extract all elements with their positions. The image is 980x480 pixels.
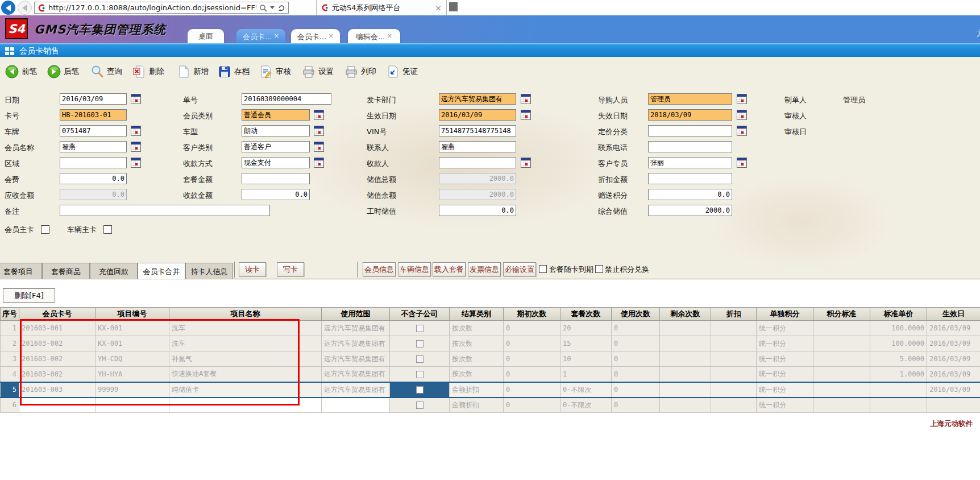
next-record-button[interactable]: 后笔: [47, 63, 79, 81]
col-header-init[interactable]: 期初次数: [504, 308, 560, 321]
print-button[interactable]: 列印: [344, 63, 376, 81]
col-header-pkg[interactable]: 套餐次数: [560, 308, 612, 321]
subtab-holder-info[interactable]: 持卡人信息: [185, 263, 233, 279]
col-header-pts-std[interactable]: 积分标准: [813, 308, 870, 321]
url-dropdown-icon[interactable]: [270, 6, 275, 11]
tab-close-icon[interactable]: ×: [273, 32, 279, 40]
read-card-button[interactable]: 读卡: [239, 262, 266, 276]
issue-dept-input[interactable]: 远方汽车贸易集团有: [439, 93, 516, 105]
tab-desktop[interactable]: 桌面: [188, 29, 224, 43]
settings-button[interactable]: 设置: [301, 63, 334, 81]
tab-member-card-1[interactable]: 会员卡...×: [236, 29, 285, 43]
remark-input[interactable]: [60, 205, 270, 216]
pay-amount-input[interactable]: 0.0: [242, 189, 310, 200]
excl-sub-checkbox[interactable]: [416, 340, 423, 347]
voucher-button[interactable]: 凭证: [385, 63, 418, 81]
forbid-points-checkbox[interactable]: [595, 265, 603, 273]
col-header-remain[interactable]: 剩余次数: [660, 308, 711, 321]
cust-type-input[interactable]: 普通客户: [242, 141, 310, 152]
query-button[interactable]: 查询: [90, 63, 122, 81]
address-bar[interactable]: http://127.0.0.1:8088/auto/loginAction.d…: [34, 2, 289, 14]
subtab-recharge[interactable]: 充值回款: [90, 263, 138, 279]
grid-delete-button[interactable]: 删除[F4]: [3, 288, 55, 303]
calendar-button[interactable]: [737, 158, 747, 168]
col-header-excl-sub[interactable]: 不含子公司: [390, 308, 450, 321]
vehicle-info-button[interactable]: 车辆信息: [398, 262, 431, 276]
col-header-no[interactable]: 序号: [1, 308, 19, 321]
calendar-button[interactable]: [737, 94, 747, 104]
calendar-button[interactable]: [314, 142, 324, 152]
col-header-price[interactable]: 标准单价: [870, 308, 927, 321]
new-tab-stub[interactable]: [449, 2, 458, 11]
write-card-button[interactable]: 写卡: [277, 262, 304, 276]
pay-way-input[interactable]: 现金支付: [242, 157, 310, 168]
gift-points-input[interactable]: 0.0: [648, 189, 732, 200]
guide-input[interactable]: 管理员: [648, 93, 732, 105]
excl-sub-checkbox[interactable]: [416, 402, 423, 409]
browser-forward-button[interactable]: [18, 1, 32, 15]
member-main-checkbox[interactable]: [41, 225, 49, 234]
audit-button[interactable]: 审核: [259, 63, 291, 81]
excl-sub-checkbox[interactable]: [416, 325, 423, 332]
member-info-button[interactable]: 会员信息: [363, 262, 396, 276]
excl-sub-checkbox[interactable]: [416, 371, 423, 378]
payee-input[interactable]: [439, 157, 516, 168]
calendar-button[interactable]: [521, 158, 531, 168]
subtab-package-goods[interactable]: 套餐商品: [42, 263, 90, 279]
col-header-settle[interactable]: 结算类别: [450, 308, 504, 321]
region-input[interactable]: [60, 157, 127, 168]
cust-agent-input[interactable]: 张丽: [648, 157, 732, 168]
price-cat-input[interactable]: [648, 125, 732, 136]
calendar-button[interactable]: [737, 110, 747, 120]
vehicle-main-checkbox[interactable]: [103, 225, 112, 234]
eff-date-input[interactable]: 2016/03/09: [439, 109, 516, 121]
browser-tab[interactable]: 元动S4系列网络平台 ×: [316, 0, 447, 15]
subtab-card-merge[interactable]: 会员卡合并: [138, 263, 185, 279]
comb-store-input[interactable]: 2000.0: [648, 205, 732, 216]
prev-record-button[interactable]: 前笔: [5, 63, 37, 81]
tab-close-icon[interactable]: ×: [435, 4, 442, 12]
calendar-button[interactable]: [131, 158, 141, 168]
calendar-button[interactable]: [521, 110, 531, 120]
contact-input[interactable]: 翟燕: [439, 141, 516, 152]
calendar-button[interactable]: [131, 142, 141, 152]
search-icon[interactable]: [259, 4, 267, 12]
card-no-input[interactable]: HB-201603-01: [60, 109, 127, 121]
discount-amount-input[interactable]: [648, 173, 732, 184]
package-expire-checkbox[interactable]: [539, 265, 547, 273]
delete-button[interactable]: 删除: [132, 63, 164, 81]
tab-member-card-2[interactable]: 会员卡...×: [291, 29, 340, 43]
col-header-discount[interactable]: 折扣: [711, 308, 757, 321]
plate-input[interactable]: 0751487: [60, 125, 127, 136]
doc-no-input[interactable]: 20160309000004: [242, 93, 331, 105]
labor-store-input[interactable]: 0.0: [439, 205, 516, 216]
calendar-button[interactable]: [737, 126, 747, 136]
fee-input[interactable]: 0.0: [60, 173, 127, 184]
pkg-amount-input[interactable]: [242, 173, 310, 184]
tab-edit-member[interactable]: 编辑会...×: [348, 29, 400, 43]
excl-sub-checkbox[interactable]: [416, 355, 423, 363]
col-header-scope[interactable]: 使用范围: [322, 308, 390, 321]
tab-close-icon[interactable]: ×: [328, 32, 334, 40]
refresh-icon[interactable]: [277, 4, 285, 12]
new-button[interactable]: 新增: [176, 63, 209, 81]
member-name-input[interactable]: 翟燕: [60, 141, 127, 152]
calendar-button[interactable]: [314, 158, 324, 168]
calendar-button[interactable]: [131, 126, 141, 136]
load-package-button[interactable]: 载入套餐: [433, 262, 466, 276]
subtab-package-items[interactable]: 套餐项目: [0, 263, 42, 279]
invoice-info-button[interactable]: 发票信息: [468, 262, 501, 276]
calendar-button[interactable]: [521, 94, 531, 104]
browser-back-button[interactable]: [1, 1, 15, 15]
date-input[interactable]: 2016/03/09: [60, 93, 127, 105]
vin-input[interactable]: 75148775148775148: [439, 125, 516, 136]
url-text[interactable]: http://127.0.0.1:8088/auto/loginAction.d…: [48, 3, 256, 12]
model-input[interactable]: 朗动: [242, 125, 310, 136]
save-button[interactable]: 存档: [217, 63, 250, 81]
calendar-button[interactable]: [314, 126, 324, 136]
member-type-input[interactable]: 普通会员: [242, 109, 310, 121]
col-header-eff[interactable]: 生效日: [927, 308, 980, 321]
tab-close-icon[interactable]: ×: [387, 32, 392, 40]
calendar-button[interactable]: [131, 94, 141, 104]
col-header-used[interactable]: 使用次数: [612, 308, 660, 321]
